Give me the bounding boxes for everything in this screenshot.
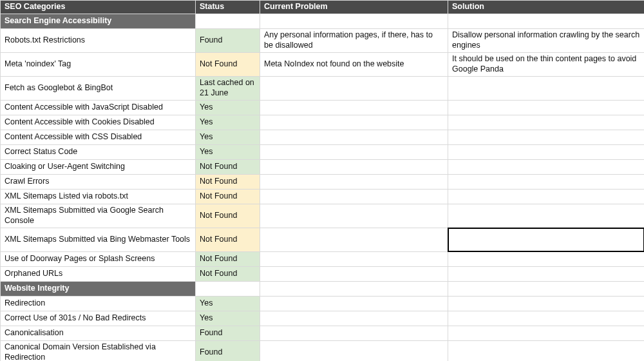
- cell-status[interactable]: Yes: [196, 145, 260, 160]
- cell-category[interactable]: Redirection: [1, 297, 196, 311]
- row-xmlgsc: XML Sitemaps Submitted via Google Search…: [1, 204, 645, 228]
- cell-solution[interactable]: [448, 77, 645, 101]
- header-status: Status: [196, 1, 260, 14]
- cell-solution[interactable]: [448, 160, 645, 175]
- cell-status[interactable]: Not Found: [196, 160, 260, 175]
- cell-category[interactable]: Canonical Domain Version Established via…: [1, 341, 196, 362]
- cell-problem[interactable]: [260, 326, 448, 341]
- cell-solution[interactable]: It should be used on the thin content pa…: [448, 53, 645, 77]
- cell-problem[interactable]: [260, 267, 448, 282]
- cell-problem[interactable]: [260, 175, 448, 190]
- cell-problem[interactable]: [260, 341, 448, 362]
- cell-solution[interactable]: [448, 267, 645, 282]
- cell-solution-selected[interactable]: [448, 228, 645, 252]
- cell[interactable]: [196, 282, 260, 297]
- cell-status[interactable]: Yes: [196, 130, 260, 145]
- section-search-engine-accessibility: Search Engine Accessibility: [1, 14, 645, 29]
- cell-category[interactable]: Use of Doorway Pages or Splash Screens: [1, 252, 196, 267]
- cell-solution[interactable]: [448, 175, 645, 190]
- cell-solution[interactable]: [448, 101, 645, 115]
- cell[interactable]: [196, 14, 260, 29]
- cell-problem[interactable]: [260, 252, 448, 267]
- cell-status[interactable]: Not Found: [196, 267, 260, 282]
- cell-status[interactable]: Last cached on 21 June: [196, 77, 260, 101]
- cell-status[interactable]: Yes: [196, 101, 260, 115]
- cell-category[interactable]: Cloaking or User-Agent Switching: [1, 160, 196, 175]
- cell-solution[interactable]: [448, 341, 645, 362]
- cell-problem[interactable]: [260, 145, 448, 160]
- cell-status[interactable]: Not Found: [196, 53, 260, 77]
- cell-solution[interactable]: [448, 115, 645, 130]
- section-label: Website Integrity: [1, 282, 196, 297]
- cell-category[interactable]: XML Sitemaps Submitted via Bing Webmaste…: [1, 228, 196, 252]
- cell-status[interactable]: Yes: [196, 115, 260, 130]
- cell-status[interactable]: Not Found: [196, 175, 260, 190]
- cell-status[interactable]: Not Found: [196, 190, 260, 204]
- row-robots: Robots.txt Restrictions Found Any person…: [1, 29, 645, 53]
- cell-status[interactable]: Found: [196, 326, 260, 341]
- cell[interactable]: [448, 14, 645, 29]
- cell-problem[interactable]: [260, 160, 448, 175]
- cell-category[interactable]: XML Sitemaps Submitted via Google Search…: [1, 204, 196, 228]
- row-fetch: Fetch as Googlebot & BingBot Last cached…: [1, 77, 645, 101]
- cell-solution[interactable]: [448, 190, 645, 204]
- cell-solution[interactable]: [448, 252, 645, 267]
- row-cloaking: Cloaking or User-Agent Switching Not Fou…: [1, 160, 645, 175]
- cell-status[interactable]: Yes: [196, 311, 260, 326]
- row-canondom: Canonical Domain Version Established via…: [1, 341, 645, 362]
- cell-problem[interactable]: [260, 77, 448, 101]
- row-statuscode: Correct Status Code Yes: [1, 145, 645, 160]
- row-css: Content Accessible with CSS Disabled Yes: [1, 130, 645, 145]
- cell-problem[interactable]: Any personal information pages, if there…: [260, 29, 448, 53]
- header-row: SEO Categories Status Current Problem So…: [1, 1, 645, 14]
- row-noindex: Meta 'noindex' Tag Not Found Meta NoInde…: [1, 53, 645, 77]
- header-seo-categories: SEO Categories: [1, 1, 196, 14]
- cell-solution[interactable]: [448, 311, 645, 326]
- cell-solution[interactable]: [448, 326, 645, 341]
- cell-problem[interactable]: [260, 297, 448, 311]
- cell-status[interactable]: Found: [196, 29, 260, 53]
- cell-problem[interactable]: [260, 101, 448, 115]
- cell-problem[interactable]: [260, 130, 448, 145]
- row-canon: Canonicalisation Found: [1, 326, 645, 341]
- cell-category[interactable]: Robots.txt Restrictions: [1, 29, 196, 53]
- cell-category[interactable]: Orphaned URLs: [1, 267, 196, 282]
- cell-solution[interactable]: [448, 145, 645, 160]
- cell-problem[interactable]: [260, 190, 448, 204]
- cell[interactable]: [448, 282, 645, 297]
- cell-problem[interactable]: [260, 311, 448, 326]
- cell-problem[interactable]: [260, 204, 448, 228]
- section-website-integrity: Website Integrity: [1, 282, 645, 297]
- cell-solution[interactable]: Disallow personal information crawling b…: [448, 29, 645, 53]
- cell-category[interactable]: Content Accessible with JavaScript Disab…: [1, 101, 196, 115]
- cell-category[interactable]: Canonicalisation: [1, 326, 196, 341]
- cell[interactable]: [260, 14, 448, 29]
- cell-solution[interactable]: [448, 130, 645, 145]
- cell-status[interactable]: Not Found: [196, 204, 260, 228]
- row-redirect: Redirection Yes: [1, 297, 645, 311]
- cell-solution[interactable]: [448, 297, 645, 311]
- cell-status[interactable]: Not Found: [196, 252, 260, 267]
- cell-category[interactable]: XML Sitemaps Listed via robots.txt: [1, 190, 196, 204]
- cell-category[interactable]: Fetch as Googlebot & BingBot: [1, 77, 196, 101]
- cell-problem[interactable]: [260, 115, 448, 130]
- cell-status[interactable]: Yes: [196, 297, 260, 311]
- cell[interactable]: [260, 282, 448, 297]
- cell-category[interactable]: Crawl Errors: [1, 175, 196, 190]
- header-solution: Solution: [448, 1, 645, 14]
- cell-category[interactable]: Correct Use of 301s / No Bad Redirects: [1, 311, 196, 326]
- cell-problem[interactable]: Meta NoIndex not found on the website: [260, 53, 448, 77]
- cell-category[interactable]: Correct Status Code: [1, 145, 196, 160]
- cell-category[interactable]: Meta 'noindex' Tag: [1, 53, 196, 77]
- cell-status[interactable]: Not Found: [196, 228, 260, 252]
- cell-category[interactable]: Content Accessible with Cookies Disabled: [1, 115, 196, 130]
- spreadsheet-view: SEO Categories Status Current Problem So…: [0, 0, 644, 361]
- cell-problem[interactable]: [260, 228, 448, 252]
- row-orphan: Orphaned URLs Not Found: [1, 267, 645, 282]
- seo-audit-table: SEO Categories Status Current Problem So…: [0, 0, 644, 361]
- cell-solution[interactable]: [448, 204, 645, 228]
- section-label: Search Engine Accessibility: [1, 14, 196, 29]
- cell-status[interactable]: Found: [196, 341, 260, 362]
- cell-category[interactable]: Content Accessible with CSS Disabled: [1, 130, 196, 145]
- row-xmlbing: XML Sitemaps Submitted via Bing Webmaste…: [1, 228, 645, 252]
